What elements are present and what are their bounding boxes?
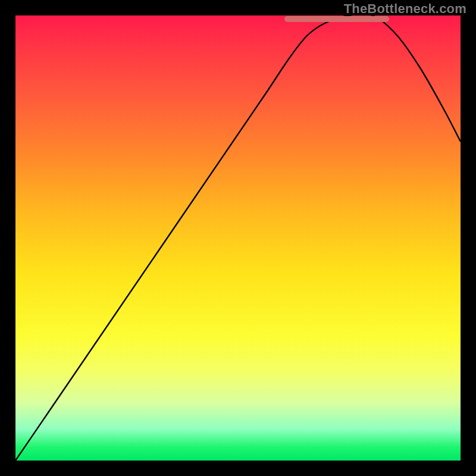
- highlight-bar: [284, 16, 389, 22]
- bottleneck-curve: [15, 15, 461, 461]
- chart-frame: [15, 15, 461, 461]
- watermark: TheBottleneck.com: [344, 1, 466, 17]
